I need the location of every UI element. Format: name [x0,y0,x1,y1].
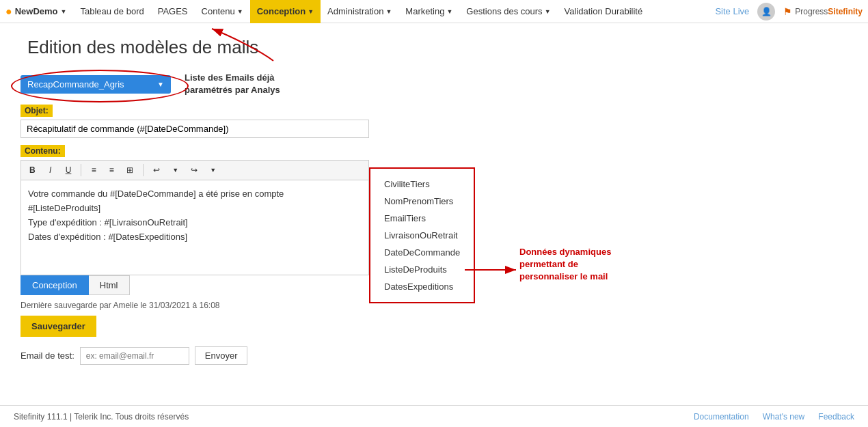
nav-item-gestions[interactable]: Gestions des cours ▼ [459,0,557,23]
dynamic-arrow [465,260,526,280]
progress-icon: ⚑ [783,6,792,17]
nav-item-marketing[interactable]: Marketing ▼ [398,0,459,23]
footer-copyright: Sitefinity 111.1 | Telerik Inc. Tous dro… [14,412,189,422]
page-title: Edition des modèles de mails [27,37,847,58]
footer-link-whatsnew[interactable]: What's new [763,412,805,422]
rte-ol[interactable]: ≡ [87,163,100,177]
nav-item-validation[interactable]: Validation Durabilité [558,0,650,23]
contenu-field-group: Contenu: B I U ≡ ≡ ⊞ ↩ ▼ ↪ ▼ [21,145,369,275]
objet-field-group: Objet: [21,105,369,145]
dynamic-data-box: CiviliteTiers NomPrenomTiers EmailTiers … [369,167,475,303]
email-test-label: Email de test: [21,350,74,361]
rte-line-1: Votre commande du #[DateDeCommande] a ét… [28,187,362,202]
contenu-label: Contenu: [21,145,65,157]
nav-item-administration[interactable]: Administration ▼ [321,0,398,23]
dynamic-item-3: LivraisonOuRetrait [384,227,460,244]
template-select-wrapper: RecapCommande_Agris [21,75,171,94]
marketing-caret: ▼ [446,8,452,15]
brand-caret: ▼ [61,8,67,15]
rte-bold[interactable]: B [25,163,40,177]
rte-undo-caret[interactable]: ▼ [168,165,182,176]
nav-item-pages[interactable]: PAGES [151,0,195,23]
rte-undo[interactable]: ↩ [149,163,164,177]
rte-table[interactable]: ⊞ [122,163,137,177]
contenu-caret: ▼ [237,8,243,15]
email-test-input[interactable] [80,347,189,365]
rte-toolbar: B I U ≡ ≡ ⊞ ↩ ▼ ↪ ▼ [21,160,369,180]
save-button[interactable]: Sauvegarder [21,316,96,337]
rte-underline[interactable]: U [62,163,76,177]
email-test-row: Email de test: Envoyer [21,346,847,365]
avatar-icon: 👤 [761,7,772,16]
content-wrapper: RecapCommande_Agris Liste des Emails déj… [21,72,847,365]
rte-divider-1 [81,164,81,176]
nav-item-conception[interactable]: Conception ▼ [250,0,321,23]
user-avatar[interactable]: 👤 [757,3,775,20]
rte-ul[interactable]: ≡ [105,163,118,177]
dynamic-item-0: CiviliteTiers [384,176,460,193]
dynamic-item-1: NomPrenomTiers [384,193,460,210]
dynamic-annotation-label: Données dynamiques permettant de personn… [519,246,636,284]
brand[interactable]: ● NewDemo ▼ [5,5,66,18]
nav-item-contenu[interactable]: Contenu ▼ [195,0,250,23]
send-button[interactable]: Envoyer [195,346,248,365]
admin-caret: ▼ [385,8,392,15]
objet-label: Objet: [21,105,53,117]
sitefinity-brand: ⚑ ProgressSitefinity [783,6,863,17]
rte-body[interactable]: Votre commande du #[DateDeCommande] a ét… [21,180,369,275]
brand-dot: ● [5,5,12,18]
footer-link-feedback[interactable]: Feedback [818,412,854,422]
brand-name: NewDemo [15,6,58,16]
tab-bar: Conception Html [21,275,369,295]
rte-line-4: Dates d'expédition : #[DatesExpeditions] [28,230,362,245]
rte-italic[interactable]: I [44,163,57,177]
dynamic-item-6: DatesExpeditions [384,278,460,295]
sitefinity-label: ProgressSitefinity [795,7,863,16]
tab-html[interactable]: Html [89,275,130,295]
main-content: Edition des modèles de mails RecapComman… [0,23,868,378]
objet-input[interactable] [21,120,369,138]
dynamic-item-2: EmailTiers [384,210,460,227]
tab-conception[interactable]: Conception [21,275,89,295]
footer: Sitefinity 111.1 | Telerik Inc. Tous dro… [0,405,868,427]
nav-right: Site Live 👤 ⚑ ProgressSitefinity [715,3,863,20]
site-live-link[interactable]: Site Live [715,6,749,16]
rte-line-2: #[ListeDeProduits] [28,202,362,216]
rte-line-3: Type d'expédition : #[LivraisonOuRetrait… [28,216,362,230]
template-select[interactable]: RecapCommande_Agris [21,75,171,94]
conception-caret: ▼ [308,8,314,15]
gestions-caret: ▼ [545,8,551,15]
footer-link-documentation[interactable]: Documentation [694,412,749,422]
dynamic-item-5: ListeDeProduits [384,261,460,278]
top-nav: ● NewDemo ▼ Tableau de bord PAGES Conten… [0,0,868,23]
nav-item-tableau[interactable]: Tableau de bord [73,0,150,23]
rte-redo-caret[interactable]: ▼ [206,165,220,176]
dropdown-row: RecapCommande_Agris Liste des Emails déj… [21,72,369,96]
dropdown-annotation: Liste des Emails déjà paramétrés par Ana… [185,72,280,96]
footer-links: Documentation What's new Feedback [694,412,854,422]
rte-redo[interactable]: ↪ [187,163,202,177]
rte-divider-2 [143,164,144,176]
form-area: RecapCommande_Agris Liste des Emails déj… [21,72,369,295]
dynamic-item-4: DateDeCommande [384,244,460,261]
